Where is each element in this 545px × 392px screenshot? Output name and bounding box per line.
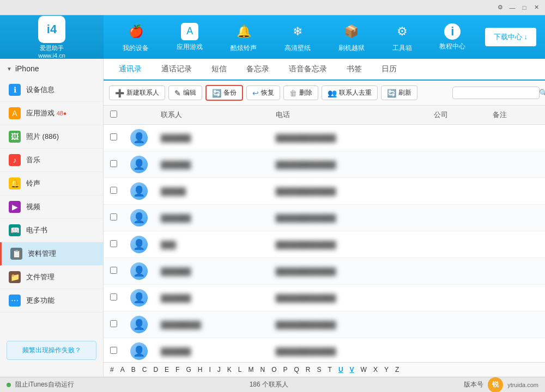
search-box[interactable]: 🔍 bbox=[452, 87, 540, 99]
table-row[interactable]: 👤 ██████ ████████████ bbox=[104, 285, 545, 311]
sidebar-item-ebook[interactable]: 📖 电子书 bbox=[0, 219, 103, 242]
alpha-C[interactable]: C bbox=[140, 365, 149, 375]
box-icon: 📦 bbox=[342, 22, 361, 41]
search-input[interactable] bbox=[457, 89, 539, 97]
restore-button[interactable]: ↩ 恢复 bbox=[246, 85, 280, 100]
sidebar-item-data-manage[interactable]: 📋 资料管理 bbox=[0, 242, 103, 266]
table-row[interactable]: 👤 ██████ ████████████ bbox=[104, 125, 545, 151]
sidebar-item-ringtones[interactable]: 🔔 铃声 bbox=[0, 172, 103, 195]
alpha-G[interactable]: G bbox=[184, 365, 193, 375]
tab-bookmarks[interactable]: 书签 bbox=[337, 59, 372, 81]
watermark-text: ytruida.com bbox=[507, 382, 538, 388]
table-row[interactable]: 👤 ██████ ████████████ bbox=[104, 205, 545, 231]
sidebar-item-more[interactable]: ⋯ 更多功能 bbox=[0, 289, 103, 313]
delete-button[interactable]: 🗑 删除 bbox=[283, 85, 318, 100]
alpha-D[interactable]: D bbox=[151, 365, 160, 375]
sidebar-item-photos[interactable]: 🖼 照片 (886) bbox=[0, 125, 103, 149]
alpha-Z[interactable]: Z bbox=[393, 365, 401, 375]
alpha-F[interactable]: F bbox=[173, 365, 181, 375]
tab-notes[interactable]: 备忘录 bbox=[237, 59, 279, 81]
contact-phone: ████████████ bbox=[276, 161, 336, 169]
row-checkbox[interactable] bbox=[110, 213, 117, 220]
alpha-U[interactable]: U bbox=[336, 365, 346, 375]
alpha-K[interactable]: K bbox=[225, 365, 234, 375]
alpha-Q[interactable]: Q bbox=[292, 365, 301, 375]
alpha-R[interactable]: R bbox=[304, 365, 313, 375]
sidebar-item-video[interactable]: ▶ 视频 bbox=[0, 195, 103, 219]
row-checkbox[interactable] bbox=[110, 293, 117, 301]
table-row[interactable]: 👤 ██████ ████████████ bbox=[104, 258, 545, 285]
alpha-Y[interactable]: Y bbox=[382, 365, 391, 375]
row-avatar-cell: 👤 bbox=[124, 338, 154, 363]
tab-voice-memo[interactable]: 语音备忘录 bbox=[279, 59, 337, 81]
alpha-O[interactable]: O bbox=[269, 365, 278, 375]
alpha-E[interactable]: E bbox=[162, 365, 171, 375]
merge-button[interactable]: 👥 联系人去重 bbox=[322, 85, 378, 100]
row-checkbox[interactable] bbox=[110, 267, 117, 274]
table-row[interactable]: 👤 ███ ████████████ bbox=[104, 231, 545, 258]
tab-contacts[interactable]: 通讯录 bbox=[109, 59, 152, 81]
nav-toolbox[interactable]: ⚙ 工具箱 bbox=[386, 17, 419, 57]
sidebar-item-device-info[interactable]: ℹ 设备信息 bbox=[0, 78, 103, 102]
new-contact-button[interactable]: ➕ 新建联系人 bbox=[109, 85, 165, 100]
select-all-checkbox[interactable] bbox=[110, 111, 117, 118]
row-checkbox-cell bbox=[104, 231, 124, 258]
table-row[interactable]: 👤 ████████ ████████████ bbox=[104, 311, 545, 338]
table-row[interactable]: 👤 ██████ ████████████ bbox=[104, 151, 545, 178]
row-checkbox[interactable] bbox=[110, 347, 117, 354]
sidebar-item-music[interactable]: ♪ 音乐 bbox=[0, 149, 103, 172]
minimize-icon[interactable]: — bbox=[508, 3, 517, 12]
alpha-H[interactable]: H bbox=[196, 365, 205, 375]
nav-my-device[interactable]: 🍎 我的设备 bbox=[116, 17, 155, 57]
row-checkbox[interactable] bbox=[110, 187, 117, 194]
alpha-S[interactable]: S bbox=[315, 365, 324, 375]
alpha-J[interactable]: J bbox=[215, 365, 223, 375]
download-button[interactable]: 下载中心 ↓ bbox=[485, 28, 536, 46]
sidebar-item-apps[interactable]: A 应用游戏 48● bbox=[0, 102, 103, 125]
contact-avatar: 👤 bbox=[130, 289, 148, 307]
edit-button[interactable]: ✎ 编辑 bbox=[168, 85, 202, 100]
more-icon: ⋯ bbox=[9, 295, 21, 307]
table-row[interactable]: 👤 █████ ████████████ bbox=[104, 178, 545, 205]
alpha-P[interactable]: P bbox=[281, 365, 290, 375]
sidebar-item-file-manage[interactable]: 📁 文件管理 bbox=[0, 266, 103, 289]
alpha-L[interactable]: L bbox=[236, 365, 244, 375]
row-checkbox[interactable] bbox=[110, 240, 117, 247]
backup-button[interactable]: 🔄 备份 bbox=[205, 85, 243, 101]
nav-jailbreak[interactable]: 📦 刷机越狱 bbox=[332, 17, 371, 57]
tab-sms[interactable]: 短信 bbox=[202, 59, 237, 81]
contact-avatar: 👤 bbox=[130, 182, 148, 200]
close-icon[interactable]: ✕ bbox=[532, 3, 541, 12]
contact-avatar: 👤 bbox=[130, 156, 148, 173]
refresh-button[interactable]: 🔄 刷新 bbox=[381, 85, 417, 100]
alpha-B[interactable]: B bbox=[129, 365, 138, 375]
help-button[interactable]: 频繁出现操作失败？ bbox=[7, 341, 96, 360]
settings-icon[interactable]: ⚙ bbox=[496, 3, 505, 12]
row-checkbox[interactable] bbox=[110, 133, 117, 140]
alpha-A[interactable]: A bbox=[118, 365, 127, 375]
row-avatar-cell: 👤 bbox=[124, 205, 154, 231]
alpha-T[interactable]: T bbox=[326, 365, 334, 375]
row-checkbox-cell bbox=[104, 151, 124, 178]
tab-calendar[interactable]: 日历 bbox=[372, 59, 407, 81]
restore-icon[interactable]: □ bbox=[520, 3, 529, 12]
alpha-X[interactable]: X bbox=[371, 365, 380, 375]
contact-phone: ████████████ bbox=[276, 187, 336, 195]
stop-itunes-label[interactable]: 阻止iTunes自动运行 bbox=[15, 380, 74, 389]
nav-ringtones[interactable]: 🔔 酷炫铃声 bbox=[224, 17, 263, 57]
nav-app-games[interactable]: A 应用游戏 bbox=[170, 19, 209, 56]
tab-call-log[interactable]: 通话记录 bbox=[152, 59, 202, 81]
content-area: 通讯录 通话记录 短信 备忘录 语音备忘录 书签 日历 ➕ 新建联系人 ✎ 编辑… bbox=[104, 59, 545, 377]
alpha-M[interactable]: M bbox=[246, 365, 256, 375]
alpha-#[interactable]: # bbox=[108, 365, 116, 375]
alpha-W[interactable]: W bbox=[359, 365, 369, 375]
alpha-I[interactable]: I bbox=[207, 365, 213, 375]
nav-wallpaper[interactable]: ❄ 高清壁纸 bbox=[278, 17, 317, 57]
row-checkbox[interactable] bbox=[110, 160, 117, 167]
nav-toolbox-label: 工具箱 bbox=[392, 44, 412, 53]
nav-tutorials[interactable]: i 教程中心 bbox=[433, 19, 472, 56]
alpha-N[interactable]: N bbox=[258, 365, 267, 375]
table-row[interactable]: 👤 ██████ ████████████ bbox=[104, 338, 545, 363]
alpha-V[interactable]: V bbox=[348, 365, 356, 375]
row-checkbox[interactable] bbox=[110, 320, 117, 327]
